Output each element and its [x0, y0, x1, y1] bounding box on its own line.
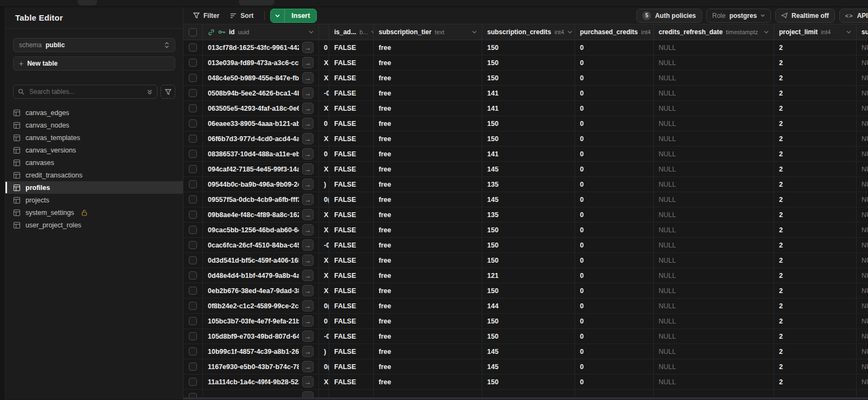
cell-project_limit[interactable]: 2	[774, 299, 857, 313]
cell-purchased_credits[interactable]: 0	[575, 223, 654, 237]
column-header-subscription_tier[interactable]: subscription_tiertext	[374, 24, 482, 40]
cell-subscription_credits[interactable]: 135	[482, 177, 575, 192]
cell-su[interactable]: NULL	[857, 207, 868, 222]
cell-purchased_credits[interactable]	[575, 390, 654, 397]
expand-row-button[interactable]: →	[302, 163, 314, 175]
cell-purchased_credits[interactable]: 0	[575, 344, 654, 359]
new-table-button[interactable]: + New table	[13, 56, 175, 71]
cell-clip[interactable]: X	[319, 283, 329, 298]
cell-select[interactable]	[183, 162, 203, 176]
cell-subscription_credits[interactable]: 144	[482, 299, 575, 313]
cell-purchased_credits[interactable]: 0	[575, 101, 654, 116]
cell-clip[interactable]: 0(	[319, 192, 329, 207]
cell-select[interactable]	[183, 71, 203, 85]
cell-subscription_tier[interactable]: free	[374, 238, 482, 252]
column-menu-chevron-icon[interactable]	[764, 30, 769, 34]
column-header-clip[interactable]	[319, 24, 329, 40]
cell-select[interactable]	[183, 147, 203, 161]
cell-project_limit[interactable]: 2	[774, 283, 857, 298]
column-header-id[interactable]: iduuid	[203, 24, 319, 40]
cell-project_limit[interactable]: 2	[774, 162, 857, 176]
cell-is_admin[interactable]	[329, 390, 374, 397]
cell-is_admin[interactable]: FALSE	[329, 147, 374, 161]
cell-subscription_credits[interactable]: 150	[482, 116, 575, 131]
row-checkbox[interactable]	[189, 287, 197, 295]
cell-clip[interactable]: 0(	[319, 359, 329, 374]
expand-row-button[interactable]: →	[302, 209, 314, 220]
cell-is_admin[interactable]: FALSE	[329, 359, 374, 374]
cell-id[interactable]: →	[203, 390, 319, 397]
cell-subscription_tier[interactable]: free	[374, 207, 482, 222]
cell-project_limit[interactable]: 2	[774, 116, 857, 131]
cell-purchased_credits[interactable]: 0	[575, 131, 654, 146]
cell-id[interactable]: 0508b94b-5ee2-4626-bca1-4bca...→	[203, 86, 319, 100]
cell-credits_refresh_date[interactable]: NULL	[654, 283, 774, 298]
cell-subscription_credits[interactable]: 141	[482, 147, 575, 161]
cell-credits_refresh_date[interactable]: NULL	[654, 253, 774, 268]
cell-credits_refresh_date[interactable]: NULL	[654, 374, 774, 389]
role-select[interactable]: Role postgres	[706, 9, 771, 23]
sort-button[interactable]: Sort	[225, 9, 259, 23]
cell-subscription_credits[interactable]: 141	[482, 86, 575, 100]
row-checkbox[interactable]	[189, 302, 197, 310]
cell-select[interactable]	[183, 40, 203, 55]
cell-su[interactable]: NULL	[857, 101, 868, 116]
cell-subscription_tier[interactable]: free	[374, 192, 482, 207]
sidebar-item-canvas_nodes[interactable]: canvas_nodes	[5, 119, 183, 131]
cell-subscription_credits[interactable]: 150	[482, 131, 575, 146]
cell-clip[interactable]: 0	[319, 314, 329, 328]
cell-purchased_credits[interactable]: 0	[575, 192, 654, 207]
cell-id[interactable]: 08386537-10d4-488a-a11e-eb5a6...→	[203, 147, 319, 161]
expand-row-button[interactable]: →	[302, 285, 314, 296]
cell-id[interactable]: 0cac6fca-26cf-4510-84ba-c4580...→	[203, 238, 319, 252]
cell-subscription_credits[interactable]: 145	[482, 162, 575, 176]
cell-subscription_credits[interactable]: 150	[482, 238, 575, 252]
cell-subscription_tier[interactable]: free	[374, 283, 482, 298]
cell-credits_refresh_date[interactable]: NULL	[654, 314, 774, 328]
cell-project_limit[interactable]: 2	[774, 40, 857, 55]
cell-id[interactable]: 06f6b7d3-977d-4cd0-acd4-4a78...→	[203, 131, 319, 146]
api-docs-button[interactable]: <> API Do	[839, 9, 868, 23]
cell-purchased_credits[interactable]: 0	[575, 283, 654, 298]
cell-credits_refresh_date[interactable]: NULL	[654, 299, 774, 313]
cell-is_admin[interactable]: FALSE	[329, 55, 374, 70]
row-checkbox[interactable]	[189, 119, 197, 128]
cell-subscription_tier[interactable]	[374, 390, 482, 397]
cell-subscription_tier[interactable]: free	[374, 299, 482, 313]
cell-subscription_tier[interactable]: free	[374, 147, 482, 161]
row-checkbox[interactable]	[189, 347, 197, 355]
cell-select[interactable]	[183, 390, 203, 397]
cell-clip[interactable]: -0	[319, 86, 329, 100]
cell-subscription_tier[interactable]: free	[374, 223, 482, 237]
cell-subscription_tier[interactable]: free	[374, 177, 482, 192]
cell-id[interactable]: 063505e5-4293-4faf-a18c-0e65b...→	[203, 101, 319, 116]
expand-row-button[interactable]: →	[302, 270, 314, 281]
cell-su[interactable]: NULL	[857, 238, 868, 252]
row-checkbox[interactable]	[189, 165, 197, 173]
cell-project_limit[interactable]: 2	[774, 147, 857, 161]
cell-clip[interactable]: X	[319, 268, 329, 283]
cell-select[interactable]	[183, 131, 203, 146]
cell-subscription_tier[interactable]: free	[374, 71, 482, 85]
cell-project_limit[interactable]: 2	[774, 314, 857, 328]
cell-clip[interactable]: 0(	[319, 299, 329, 313]
cell-subscription_credits[interactable]: 150	[482, 314, 575, 328]
cell-credits_refresh_date[interactable]: NULL	[654, 344, 774, 359]
cell-id[interactable]: 105bc3b7-03fe-4e7f-9efa-21bb40...→	[203, 314, 319, 328]
expand-row-button[interactable]: →	[302, 179, 314, 190]
sidebar-item-canvases[interactable]: canvases	[5, 156, 183, 169]
cell-is_admin[interactable]: FALSE	[329, 253, 374, 268]
cell-purchased_credits[interactable]: 0	[575, 71, 654, 85]
cell-credits_refresh_date[interactable]: NULL	[654, 223, 774, 237]
cell-credits_refresh_date[interactable]: NULL	[654, 131, 774, 146]
cell-project_limit[interactable]: 2	[774, 192, 857, 207]
cell-purchased_credits[interactable]: 0	[575, 238, 654, 252]
cell-select[interactable]	[183, 344, 203, 359]
cell-subscription_credits[interactable]: 150	[482, 223, 575, 237]
cell-id[interactable]: 09b8ae4e-f48c-4f89-8a8c-1629b...→	[203, 207, 319, 222]
expand-row-button[interactable]: →	[302, 194, 314, 205]
cell-subscription_tier[interactable]: free	[374, 55, 482, 70]
select-all-checkbox[interactable]	[189, 28, 197, 36]
column-header-project_limit[interactable]: project_limitint4	[774, 24, 857, 40]
search-tables-box[interactable]	[13, 85, 157, 99]
